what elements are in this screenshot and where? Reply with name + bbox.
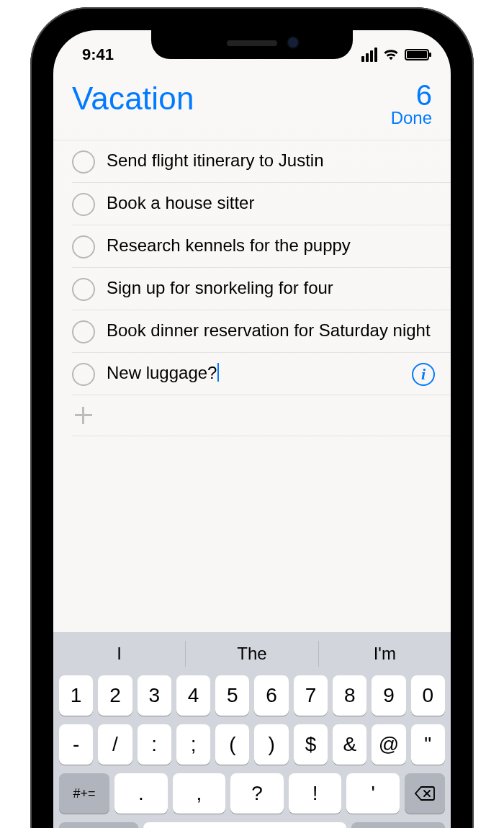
key-symbol-shift[interactable]: #+= [59, 773, 109, 814]
reminders-list: Send flight itinerary to Justin Book a h… [53, 140, 451, 436]
key-exclaim[interactable]: ! [289, 773, 342, 814]
reminder-text[interactable]: Send flight itinerary to Justin [107, 149, 435, 171]
cellular-signal-icon [361, 48, 377, 62]
reminder-text[interactable]: Sign up for snorkeling for four [107, 276, 435, 299]
key-dash[interactable]: - [59, 724, 93, 765]
reminder-text[interactable]: Book a house sitter [107, 192, 435, 214]
key-comma[interactable]: , [173, 773, 226, 814]
complete-toggle[interactable] [72, 193, 95, 216]
screen: 9:41 Vacation 6 D [53, 30, 451, 828]
reminder-text-editing[interactable]: New luggage? [107, 361, 400, 384]
key-3[interactable]: 3 [138, 675, 171, 716]
done-button[interactable]: Done [391, 108, 432, 128]
reminder-row[interactable]: Book dinner reservation for Saturday nig… [53, 310, 451, 352]
key-return[interactable]: return [351, 822, 445, 828]
reminder-text[interactable]: Research kennels for the puppy [107, 234, 435, 256]
divider [72, 436, 451, 436]
keyboard: I The I'm 1 2 3 4 5 6 7 8 [53, 632, 451, 828]
key-2[interactable]: 2 [98, 675, 132, 716]
list-header: Vacation 6 Done [53, 73, 451, 128]
add-reminder-row[interactable] [53, 395, 451, 436]
key-4[interactable]: 4 [176, 675, 210, 716]
key-8[interactable]: 8 [333, 675, 366, 716]
key-question[interactable]: ? [230, 773, 284, 814]
backspace-icon [414, 786, 436, 801]
key-at[interactable]: @ [372, 724, 405, 765]
key-space[interactable]: space [143, 822, 346, 828]
complete-toggle[interactable] [72, 278, 95, 301]
key-period[interactable]: . [114, 773, 168, 814]
item-count: 6 [391, 81, 432, 109]
key-1[interactable]: 1 [59, 675, 93, 716]
predictive-bar: I The I'm [53, 632, 451, 675]
complete-toggle[interactable] [72, 235, 95, 258]
front-camera [288, 37, 298, 48]
device-frame: 9:41 Vacation 6 D [30, 7, 474, 828]
status-time: 9:41 [82, 45, 114, 64]
key-9[interactable]: 9 [372, 675, 405, 716]
list-title: Vacation [72, 81, 194, 117]
suggestion[interactable]: I [53, 632, 185, 675]
key-slash[interactable]: / [98, 724, 132, 765]
key-lparen[interactable]: ( [215, 724, 249, 765]
reminder-row[interactable]: Research kennels for the puppy [53, 225, 451, 267]
key-7[interactable]: 7 [294, 675, 328, 716]
key-6[interactable]: 6 [254, 675, 288, 716]
key-dollar[interactable]: $ [294, 724, 328, 765]
reminder-row[interactable]: Book a house sitter [53, 183, 451, 225]
key-abc[interactable]: ABC [59, 822, 138, 828]
complete-toggle[interactable] [72, 363, 95, 386]
complete-toggle[interactable] [72, 150, 95, 174]
speaker-grille [227, 40, 277, 46]
key-rparen[interactable]: ) [254, 724, 288, 765]
complete-toggle[interactable] [72, 320, 95, 343]
key-apostrophe[interactable]: ' [346, 773, 400, 814]
battery-icon [405, 49, 429, 60]
key-colon[interactable]: : [138, 724, 171, 765]
key-quote[interactable]: " [411, 724, 445, 765]
key-0[interactable]: 0 [411, 675, 445, 716]
key-semicolon[interactable]: ; [176, 724, 210, 765]
reminder-row[interactable]: Sign up for snorkeling for four [53, 268, 451, 310]
wifi-icon [383, 48, 399, 61]
key-amp[interactable]: & [333, 724, 366, 765]
key-backspace[interactable] [405, 773, 445, 814]
text-cursor [217, 363, 219, 382]
notch [151, 30, 353, 59]
info-icon[interactable]: i [412, 363, 435, 386]
reminder-row[interactable]: Send flight itinerary to Justin [53, 140, 451, 182]
key-5[interactable]: 5 [215, 675, 249, 716]
reminder-text[interactable]: Book dinner reservation for Saturday nig… [107, 319, 435, 341]
reminder-row[interactable]: New luggage? i [53, 353, 451, 395]
suggestion[interactable]: I'm [319, 632, 451, 675]
suggestion[interactable]: The [186, 632, 318, 675]
plus-icon [72, 404, 95, 427]
